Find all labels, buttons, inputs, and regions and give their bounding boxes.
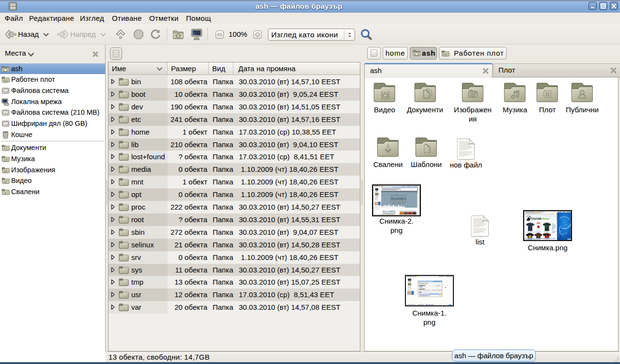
svg-text:About GUADEC: About GUADEC bbox=[383, 211, 396, 212]
svg-text:July 24–30th, 2010: July 24–30th, 2010 bbox=[392, 202, 405, 204]
svg-text:THE HAGUE, NETHERLANDS: THE HAGUE, NETHERLANDS bbox=[390, 200, 407, 202]
svg-text:The GNOME conference: The GNOME conference bbox=[390, 195, 406, 197]
svg-text:GNOME: GNOME bbox=[531, 217, 542, 220]
svg-text:Store: Store bbox=[542, 217, 550, 220]
svg-text:GUADEC: GUADEC bbox=[391, 197, 407, 200]
svg-text:D: D bbox=[545, 91, 549, 97]
